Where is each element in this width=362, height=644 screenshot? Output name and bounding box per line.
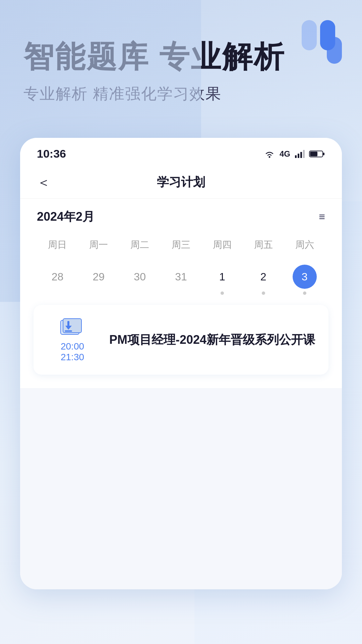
calendar-weekdays: 周日 周一 周二 周三 周四 周五 周六 — [37, 235, 325, 255]
status-bar: 10:36 4G — [20, 138, 342, 166]
dot-3 — [303, 291, 306, 295]
weekday-tue: 周二 — [119, 235, 161, 255]
status-time: 10:36 — [37, 147, 66, 160]
schedule-section: 20:00 21:30 PM项目经理-2024新年晋级系列公开课 — [20, 305, 342, 388]
svg-rect-5 — [295, 155, 297, 158]
nav-bar: ＜ 学习计划 — [20, 166, 342, 199]
wifi-icon — [263, 149, 276, 159]
calendar-section: 2024年2月 ≡ 周日 周一 周二 周三 周四 周五 周六 28 — [20, 199, 342, 305]
svg-rect-11 — [323, 153, 324, 155]
date-30[interactable]: 30 — [119, 261, 161, 298]
date-num-29: 29 — [86, 265, 111, 289]
quote-decoration — [302, 20, 342, 64]
date-num-2: 2 — [251, 265, 276, 289]
calendar-month: 2024年2月 — [37, 209, 95, 225]
date-num-1: 1 — [210, 265, 234, 289]
svg-rect-10 — [310, 152, 317, 156]
empty-content-area — [20, 388, 342, 589]
date-num-3: 3 — [293, 265, 317, 289]
svg-rect-7 — [300, 152, 302, 158]
signal-4g: 4G — [280, 149, 290, 159]
svg-rect-3 — [327, 37, 342, 64]
date-2[interactable]: 2 — [243, 261, 284, 298]
weekday-wed: 周三 — [161, 235, 202, 255]
phone-mockup: 10:36 4G — [20, 138, 342, 589]
svg-rect-16 — [65, 330, 72, 332]
calendar-menu-icon[interactable]: ≡ — [319, 211, 325, 223]
schedule-title: PM项目经理-2024新年晋级系列公开课 — [109, 331, 315, 348]
dot-1 — [221, 291, 224, 295]
date-29[interactable]: 29 — [78, 261, 119, 298]
back-button[interactable]: ＜ — [37, 173, 57, 192]
svg-rect-8 — [303, 150, 305, 158]
schedule-icon-time: 20:00 21:30 — [46, 317, 99, 363]
svg-rect-0 — [302, 20, 317, 50]
dot-2 — [262, 291, 265, 295]
course-icon — [57, 317, 87, 337]
date-1[interactable]: 1 — [201, 261, 243, 298]
weekday-sat: 周六 — [284, 235, 325, 255]
date-num-31: 31 — [169, 265, 193, 289]
svg-point-4 — [268, 156, 270, 158]
date-3[interactable]: 3 — [284, 261, 325, 298]
status-icons: 4G — [263, 149, 325, 159]
weekday-mon: 周一 — [78, 235, 119, 255]
weekday-sun: 周日 — [37, 235, 78, 255]
schedule-time-start: 20:00 — [61, 341, 84, 352]
weekday-thu: 周四 — [201, 235, 243, 255]
date-num-28: 28 — [45, 265, 69, 289]
svg-rect-6 — [298, 154, 299, 158]
schedule-card[interactable]: 20:00 21:30 PM项目经理-2024新年晋级系列公开课 — [34, 305, 328, 375]
signal-icon — [294, 149, 305, 159]
battery-icon — [309, 149, 325, 159]
weekday-fri: 周五 — [243, 235, 284, 255]
schedule-time-end: 21:30 — [61, 352, 84, 363]
date-28[interactable]: 28 — [37, 261, 78, 298]
date-31[interactable]: 31 — [161, 261, 202, 298]
date-num-30: 30 — [128, 265, 152, 289]
calendar-header: 2024年2月 ≡ — [37, 209, 325, 225]
page-title: 学习计划 — [57, 174, 305, 191]
calendar-dates: 28 29 30 31 1 — [37, 261, 325, 298]
main-container: 智能题库 专业解析 专业解析 精准强化学习效果 10:36 4G — [0, 0, 362, 644]
